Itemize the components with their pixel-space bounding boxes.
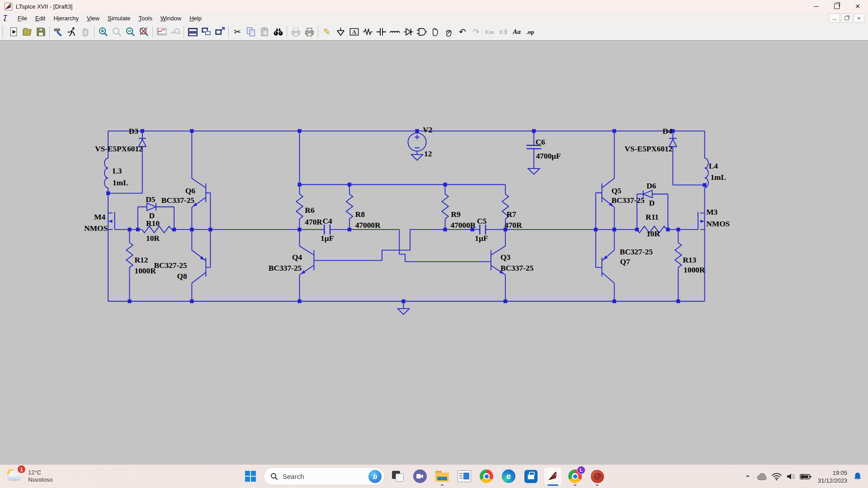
undo-icon[interactable]: ↶ <box>456 26 469 38</box>
title-bar: LTspice XVII - [Draft3] ✕ <box>0 0 868 13</box>
file-explorer-taskbar-icon[interactable] <box>433 467 451 485</box>
mail-seal-taskbar-icon[interactable]: @ <box>588 467 606 485</box>
component-icon[interactable] <box>415 26 428 38</box>
text-tool-icon[interactable]: Aa <box>510 26 523 38</box>
new-schematic-icon[interactable] <box>7 26 20 38</box>
mdi-controls: ✕ <box>829 14 864 23</box>
label-r10: R10 <box>146 219 160 228</box>
zoom-out-icon[interactable] <box>124 26 137 38</box>
label-r8: R8 <box>355 210 365 219</box>
resistor-icon[interactable] <box>361 26 374 38</box>
diode-icon[interactable] <box>402 26 415 38</box>
teams-chat-taskbar-icon[interactable] <box>411 467 429 485</box>
onedrive-icon[interactable] <box>756 470 768 483</box>
menu-file[interactable]: File <box>14 14 31 23</box>
toolbar-separator <box>184 26 184 38</box>
control-panel-icon[interactable] <box>52 26 65 38</box>
print-preview-icon[interactable] <box>289 26 302 38</box>
spice-directive-icon[interactable]: .op <box>524 26 537 38</box>
label-d6: D6 <box>646 182 656 190</box>
copy-icon[interactable] <box>245 26 257 38</box>
redo-icon[interactable]: ↷ <box>470 26 482 38</box>
net-label-icon[interactable]: A <box>348 26 360 38</box>
weather-widget[interactable]: 1 12°C Nuvoloso <box>6 467 52 485</box>
value-q5: BC337-25 <box>611 196 644 205</box>
menu-edit[interactable]: Edit <box>31 14 49 23</box>
toolbar-separator <box>318 26 318 38</box>
cut-icon[interactable]: ✂ <box>231 26 244 38</box>
chrome-profile-taskbar-icon[interactable]: L <box>566 467 584 485</box>
notification-bell-icon[interactable] <box>852 470 863 483</box>
restore-button[interactable] <box>826 0 847 13</box>
halt-icon[interactable] <box>79 26 92 38</box>
menu-simulate[interactable]: Simulate <box>104 14 135 23</box>
toolbar-separator <box>228 26 229 38</box>
print-icon[interactable] <box>303 26 316 38</box>
wires[interactable] <box>104 131 708 314</box>
clock[interactable]: 19:05 31/12/2023 <box>818 469 847 484</box>
close-button[interactable]: ✕ <box>847 0 868 13</box>
taskbar-center: Search b eL@ <box>241 467 606 485</box>
value-q6: BC337-25 <box>161 196 194 205</box>
waveform-icon[interactable] <box>155 26 168 38</box>
ltspice-taskbar-icon[interactable] <box>544 467 562 485</box>
value-c5: 1µF <box>475 234 488 243</box>
move-icon[interactable] <box>429 26 442 38</box>
waveform-zoom-icon[interactable] <box>169 26 181 38</box>
minimize-button[interactable] <box>806 0 826 13</box>
window-title: LTspice XVII - [Draft3] <box>16 3 72 10</box>
wire-icon[interactable]: ✎ <box>321 26 333 38</box>
value-l3: 1mL <box>113 178 128 187</box>
paste-icon[interactable] <box>258 26 271 38</box>
menu-tools[interactable]: Tools <box>135 14 156 23</box>
tile-windows-icon[interactable] <box>186 26 199 38</box>
zoom-full-extents-icon[interactable] <box>137 26 150 38</box>
label-q3: Q3 <box>500 253 510 262</box>
search-box[interactable]: Search b <box>264 467 385 485</box>
menu-help[interactable]: Help <box>185 14 206 23</box>
label-l4: L4 <box>709 162 718 170</box>
ground-icon[interactable] <box>334 26 347 38</box>
component-labels[interactable]: D3 VS-E5PX6012 L3 1mL M4 NMOS D5 D R10 1… <box>84 126 730 280</box>
taskbar-apps: eL@ <box>389 467 606 485</box>
mdi-close-button[interactable]: ✕ <box>854 14 864 23</box>
weather-temp: 12°C <box>28 469 52 476</box>
open-file-icon[interactable] <box>21 26 33 38</box>
start-button[interactable] <box>241 467 259 485</box>
mdi-restore-button[interactable] <box>841 14 852 23</box>
find-icon[interactable] <box>272 26 284 38</box>
edge-taskbar-icon[interactable]: e <box>500 467 518 485</box>
capacitor-icon[interactable] <box>375 26 387 38</box>
running-indicator <box>574 484 576 486</box>
microsoft-store-taskbar-icon[interactable] <box>522 467 540 485</box>
chrome-taskbar-icon[interactable] <box>477 467 495 485</box>
hidden-icons-chevron[interactable]: ⌃ <box>742 471 754 484</box>
task-view-taskbar-icon[interactable] <box>389 467 407 485</box>
zoom-area-icon[interactable] <box>110 26 123 38</box>
schematic-canvas[interactable]: D3 VS-E5PX6012 L3 1mL M4 NMOS D5 D R10 1… <box>0 41 868 465</box>
wifi-icon[interactable] <box>771 470 783 483</box>
toolbar-separator <box>152 26 153 38</box>
activate-window-icon[interactable] <box>213 26 226 38</box>
rotate-icon[interactable]: E∃ <box>497 26 509 38</box>
schematic-area[interactable]: D3 VS-E5PX6012 L3 1mL M4 NMOS D5 D R10 1… <box>0 41 868 465</box>
desktop-app-taskbar-icon[interactable] <box>455 467 473 485</box>
inductor-icon[interactable] <box>388 26 401 38</box>
run-icon[interactable] <box>66 26 78 38</box>
svg-text:A: A <box>352 29 356 35</box>
value-q7: BC327-25 <box>620 248 653 256</box>
zoom-in-icon[interactable] <box>97 26 109 38</box>
drag-icon[interactable] <box>443 26 455 38</box>
battery-icon[interactable] <box>800 470 811 483</box>
menu-hierarchy[interactable]: Hierarchy <box>49 14 83 23</box>
mirror-icon[interactable]: Em <box>483 26 496 38</box>
cascade-windows-icon[interactable] <box>200 26 212 38</box>
menu-view[interactable]: View <box>83 14 104 23</box>
save-icon[interactable] <box>34 26 47 38</box>
mdi-minimize-button[interactable] <box>829 14 840 23</box>
menu-window[interactable]: Window <box>156 14 185 23</box>
volume-icon[interactable] <box>785 470 797 483</box>
label-r12: R12 <box>134 256 148 264</box>
bing-copilot-icon[interactable]: b <box>368 470 382 483</box>
value-c6: 4700µF <box>536 152 561 160</box>
